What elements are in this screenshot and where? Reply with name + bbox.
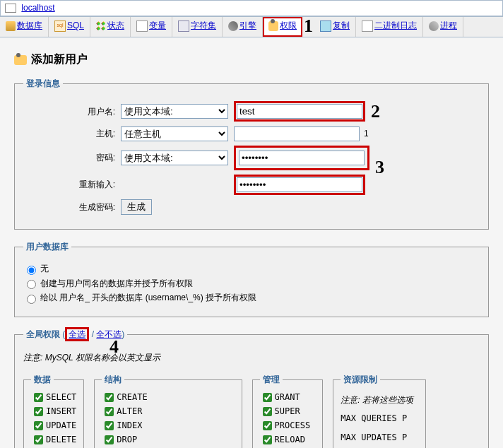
userdb-prefix-b: (username\_%) [146,293,203,302]
login-legend: 登录信息 [23,78,63,90]
res-max-queries-p: MAX QUERIES P [341,413,418,425]
tab-db-label: 数据库 [17,20,42,30]
priv-create[interactable]: CREATE [102,391,234,404]
priv-insert[interactable]: INSERT [31,405,76,418]
charset-icon [178,20,189,32]
pwd-select[interactable]: 使用文本域: [121,151,228,165]
annotation-box-3 [234,146,369,170]
select-all-link[interactable]: 全选 [69,329,85,339]
struct-legend: 结构 [102,374,124,386]
userdb-none-label: 无 [40,264,49,273]
annotation-box-4: 全选 [65,327,89,341]
title-icon [14,55,27,65]
global-fieldset: 全局权限 (全选 / 全不选) 4 注意: MySQL 权限名称会以英文显示 数… [14,329,489,448]
tab-priv-label: 权限 [280,20,297,30]
priv-select[interactable]: SELECT [31,391,76,404]
userdb-fieldset: 用户数据库 无 创建与用户同名的数据库并授予所有权限 给以 用户名_ 开头的数据… [14,241,489,317]
tab-priv[interactable]: 权限 [263,17,302,37]
tab-engine-label: 引擎 [239,20,256,30]
priv-index[interactable]: INDEX [102,419,234,432]
userdb-radio-create[interactable] [27,280,36,289]
annotation-box-3b [234,175,365,195]
pwd-label: 密码: [23,152,121,164]
res-privs: 资源限制 注意: 若将这些选项 MAX QUERIES PMAX UPDATES… [333,374,426,448]
tab-db[interactable]: 数据库 [0,17,49,37]
page-title-text: 添加新用户 [31,53,88,65]
tab-proc-label: 进程 [440,20,457,30]
page-title: 添加新用户 [14,52,489,67]
tab-status-label: 状态 [107,20,124,30]
priv-checkbox[interactable] [34,435,43,444]
admin-legend: 管理 [260,374,283,386]
username-select[interactable]: 使用文本域: [121,104,228,119]
priv-icon [268,21,278,31]
host-select[interactable]: 任意主机 [121,126,228,141]
userdb-radio-prefix[interactable] [27,295,36,304]
pwd-input[interactable] [239,151,365,165]
data-privs: 数据 SELECTINSERTUPDATEDELETEFILE [23,374,84,448]
res-note: 注意: 若将这些选项 [341,394,418,406]
struct-privs: 结构 CREATEALTERINDEXDROPCREATE TEMPORARY … [94,374,242,448]
tab-rep-label: 复制 [333,20,350,30]
tab-log-label: 二进制日志 [374,20,417,30]
tab-var[interactable]: 变量 [131,17,172,37]
annotation-1: 1 [304,16,313,37]
priv-process[interactable]: PROCESS [260,419,316,432]
priv-checkbox[interactable] [34,393,43,402]
priv-checkbox[interactable] [105,421,114,430]
gen-label: 生成密码: [23,201,121,213]
priv-super[interactable]: SUPER [260,405,316,418]
priv-checkbox[interactable] [263,435,272,444]
host-input[interactable] [234,126,360,141]
pwd2-input[interactable] [237,177,362,192]
host-note: 1 [364,128,369,140]
annotation-4: 4 [110,336,119,358]
proc-icon [429,21,439,31]
sql-icon: sql [54,20,66,32]
tab-var-label: 变量 [149,20,166,30]
admin-privs: 管理 GRANTSUPERPROCESSRELOADSHUTDOWN [252,374,324,448]
server-icon [5,4,16,13]
tab-status[interactable]: 状态 [90,17,131,37]
username-input[interactable] [237,104,362,119]
tab-charset[interactable]: 字符集 [172,17,223,37]
priv-checkbox[interactable] [105,393,114,402]
username-label: 用户名: [23,106,121,118]
priv-grant[interactable]: GRANT [260,391,316,404]
userdb-prefix-a: 给以 用户名_ 开头的数据库 [40,293,146,302]
var-icon [136,20,148,32]
engine-icon [228,21,238,31]
data-legend: 数据 [31,374,54,386]
userdb-radio-none[interactable] [27,266,36,275]
db-icon [6,21,16,31]
userdb-legend: 用户数据库 [23,241,71,253]
tab-charset-label: 字符集 [191,20,216,30]
tab-proc[interactable]: 进程 [423,17,463,37]
global-legend-text: 全局权限 [26,329,62,339]
tab-bar: 数据库 sqlSQL 状态 变量 字符集 引擎 权限 1 复制 二进制日志 进程 [0,16,503,37]
rep-icon [320,20,331,32]
host-label: 主机: [23,128,121,140]
priv-checkbox[interactable] [263,421,272,430]
server-link[interactable]: localhost [21,3,54,13]
priv-checkbox[interactable] [263,393,272,402]
tab-sql[interactable]: sqlSQL [49,17,90,37]
priv-checkbox[interactable] [105,407,114,416]
priv-checkbox[interactable] [34,421,43,430]
priv-checkbox[interactable] [34,407,43,416]
annotation-2: 2 [371,101,380,122]
generate-button[interactable]: 生成 [121,199,152,215]
log-icon [362,20,373,32]
priv-reload[interactable]: RELOAD [260,433,316,447]
res-max-updates-p: MAX UPDATES P [341,432,418,444]
tab-log[interactable]: 二进制日志 [356,17,423,37]
priv-checkbox[interactable] [105,435,114,444]
priv-drop[interactable]: DROP [102,433,234,447]
priv-checkbox[interactable] [263,407,272,416]
priv-alter[interactable]: ALTER [102,405,234,418]
priv-update[interactable]: UPDATE [31,419,76,432]
tab-rep[interactable]: 复制 [314,17,356,37]
priv-delete[interactable]: DELETE [31,433,76,447]
status-icon [96,21,106,31]
tab-engine[interactable]: 引擎 [223,17,263,37]
